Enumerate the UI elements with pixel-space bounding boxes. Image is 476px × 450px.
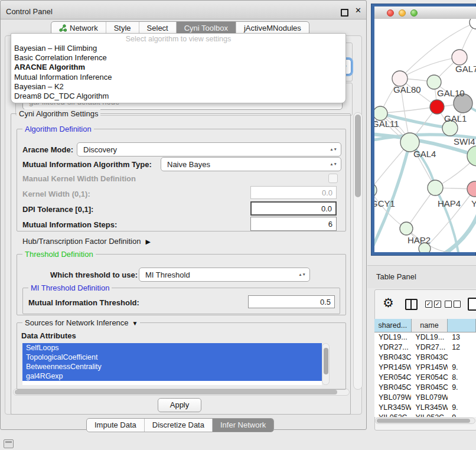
- table-panel-title: Table Panel: [376, 272, 416, 281]
- docked-window-icon[interactable]: [4, 439, 14, 448]
- attribute-list-item[interactable]: BetweennessCentrality: [22, 362, 322, 371]
- hub-definition-toggle[interactable]: Hub/Transcription Factor Definition▶: [22, 237, 151, 246]
- algorithm-dropdown-popup: Select algorithm to view settings Bayesi…: [11, 33, 346, 103]
- table-row[interactable]: YBR045CYBR045C9.: [374, 383, 476, 393]
- network-graph: GAL7GAL80GAL10GAL11GAL1SWI4GAL4GCY1HAP4Y…: [374, 19, 476, 252]
- settings-vertical-scrollbar[interactable]: [353, 112, 363, 390]
- node-label: GAL11: [374, 119, 399, 129]
- mi-steps-field[interactable]: [250, 217, 337, 231]
- minimize-window-icon[interactable]: [399, 9, 406, 17]
- table-row[interactable]: YBL079WYBL079W: [374, 393, 476, 403]
- sources-group-title[interactable]: Sources for Network Inference▼: [22, 318, 140, 327]
- table-cell: YDL19...: [411, 332, 448, 343]
- deselect-all-icon-2[interactable]: [454, 301, 461, 308]
- algorithm-option[interactable]: Bayesian – Hill Climbing: [11, 44, 345, 53]
- column-header-shared[interactable]: shared...: [374, 319, 412, 332]
- table-row[interactable]: YPR145WYPR145W9.: [374, 363, 476, 373]
- network-window-titlebar[interactable]: [374, 6, 476, 19]
- node-label: GAL1: [444, 113, 467, 123]
- attribute-list-item[interactable]: TopologicalCoefficient: [22, 353, 322, 362]
- table-row[interactable]: YIL052CYIL052C9: [374, 413, 476, 417]
- scrollbar-thumb[interactable]: [355, 115, 361, 197]
- network-node-swi4[interactable]: [467, 146, 476, 166]
- gear-icon[interactable]: ⚙: [383, 296, 394, 309]
- network-edge[interactable]: [435, 188, 458, 252]
- table-cell: YER054C: [374, 373, 411, 383]
- network-node-gcy1[interactable]: [374, 183, 377, 197]
- table-panel-titlebar: Table Panel: [367, 265, 476, 288]
- mi-threshold-field[interactable]: [248, 295, 335, 308]
- expanded-arrow-icon: ▼: [132, 320, 138, 327]
- network-node-hap4[interactable]: [428, 180, 443, 195]
- table-row[interactable]: YLR345WYLR345W9.: [374, 403, 476, 413]
- manual-kernel-label: Manual Kernel Width Definition: [22, 174, 136, 183]
- table-horizontal-scrollbar[interactable]: [375, 418, 475, 424]
- table-row[interactable]: YBR043CYBR043C: [374, 353, 476, 363]
- network-node-gal7[interactable]: [452, 50, 467, 65]
- apply-button[interactable]: Apply: [158, 398, 201, 412]
- new-column-icon[interactable]: [468, 298, 476, 311]
- select-all-icon[interactable]: ✓: [425, 301, 432, 308]
- float-panel-icon[interactable]: [341, 9, 348, 17]
- tab-discretize-data[interactable]: Discretize Data: [145, 419, 213, 432]
- node-label: GCY1: [374, 198, 395, 208]
- bottom-tab-strip: Impute DataDiscretize DataInfer Network: [86, 418, 274, 432]
- table-cell: YPR145W: [374, 363, 411, 373]
- attributes-scrollbar[interactable]: [322, 343, 330, 385]
- mi-type-combo[interactable]: Naive Bayes ▲▼: [161, 157, 341, 171]
- select-all-icon-2[interactable]: ✓: [434, 301, 441, 308]
- network-node-hap2[interactable]: [400, 222, 413, 235]
- algorithm-option[interactable]: Dream8 DC_TDC Algorithm: [11, 92, 345, 101]
- scrollbar-thumb[interactable]: [377, 419, 470, 423]
- tab-label: Network: [70, 24, 98, 32]
- close-icon[interactable]: ✕: [355, 6, 361, 15]
- mi-steps-label: Mutual Information Steps:: [22, 220, 117, 229]
- which-threshold-combo[interactable]: MI Threshold ▲▼: [139, 268, 310, 282]
- table-cell: YER054C: [411, 373, 448, 383]
- zoom-window-icon[interactable]: [410, 9, 418, 17]
- network-node-gal10[interactable]: [427, 75, 441, 89]
- split-columns-icon[interactable]: [405, 299, 418, 310]
- network-node[interactable]: [470, 19, 476, 29]
- network-node[interactable]: [430, 100, 444, 114]
- attribute-list-item[interactable]: SelfLoops: [22, 343, 322, 353]
- dpi-tolerance-field[interactable]: [250, 201, 337, 216]
- network-edge[interactable]: [380, 107, 437, 113]
- sources-title-text: Sources for Network Inference: [25, 318, 129, 327]
- scrollbar-thumb[interactable]: [324, 348, 328, 374]
- algorithm-option[interactable]: Bayesian – K2: [11, 82, 345, 92]
- table-cell: YBR043C: [411, 353, 448, 363]
- tab-label: Style: [114, 24, 131, 32]
- column-header-name[interactable]: name: [412, 319, 448, 332]
- threshold-definition-title: Threshold Definition: [22, 250, 96, 259]
- table-cell: 9: [448, 413, 476, 417]
- table-cell: YBR045C: [374, 383, 411, 393]
- algorithm-option[interactable]: ARACNE Algorithm: [11, 63, 345, 72]
- close-window-icon[interactable]: [387, 9, 394, 17]
- table-row[interactable]: YER054CYER054C8.: [374, 373, 476, 383]
- deselect-all-icon[interactable]: [445, 301, 452, 308]
- network-canvas[interactable]: GAL7GAL80GAL10GAL11GAL1SWI4GAL4GCY1HAP4Y…: [374, 19, 476, 252]
- column-header[interactable]: [448, 319, 476, 332]
- network-edge[interactable]: [400, 57, 459, 79]
- tab-impute-data[interactable]: Impute Data: [87, 419, 145, 432]
- table-cell: 9.: [448, 363, 476, 373]
- network-edge[interactable]: [374, 190, 406, 229]
- application-screen: Control Panel ✕ NetworkStyleSelectCyni T…: [0, 0, 476, 450]
- table-row[interactable]: YDL19...YDL19...13: [374, 332, 476, 343]
- manual-kernel-checkbox[interactable]: [328, 174, 338, 183]
- algorithm-option[interactable]: Basic Correlation Inference: [11, 53, 345, 63]
- data-attributes-label: Data Attributes: [21, 331, 76, 340]
- table-cell: YDL19...: [374, 332, 411, 343]
- algorithm-definition-title: Algorithm Definition: [22, 125, 94, 133]
- attribute-list-item[interactable]: gal4RGexp: [22, 371, 322, 381]
- algorithm-option[interactable]: Mutual Information Inference: [11, 73, 345, 82]
- tab-label: jActiveMNodules: [244, 24, 301, 32]
- tab-infer-network[interactable]: Infer Network: [213, 419, 273, 432]
- network-node-y[interactable]: [467, 181, 476, 197]
- aracne-mode-combo[interactable]: Discovery ▲▼: [77, 142, 341, 156]
- table-cell: 8.: [448, 373, 476, 383]
- kernel-width-field[interactable]: [250, 186, 337, 199]
- tab-label: Select: [147, 24, 168, 32]
- table-row[interactable]: YDR27...YDR27...12: [374, 343, 476, 353]
